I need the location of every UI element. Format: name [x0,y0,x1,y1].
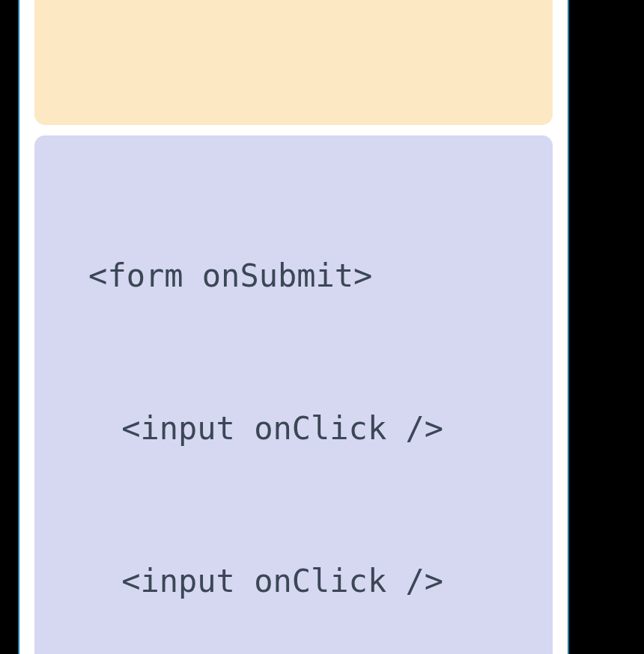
logic-block-top: Form() { onClick() {...} onSubmit() {...… [34,0,553,125]
code-line: <input onClick /> [55,556,532,607]
jsx-block: <form onSubmit> <input onClick /> <input… [34,135,553,654]
code-line: <form onSubmit> [55,251,532,302]
code-line: onSubmit() {...} [55,0,532,7]
code-diagram-card: Form() { onClick() {...} onSubmit() {...… [18,0,569,654]
code-line: <input onClick /> [55,403,532,454]
